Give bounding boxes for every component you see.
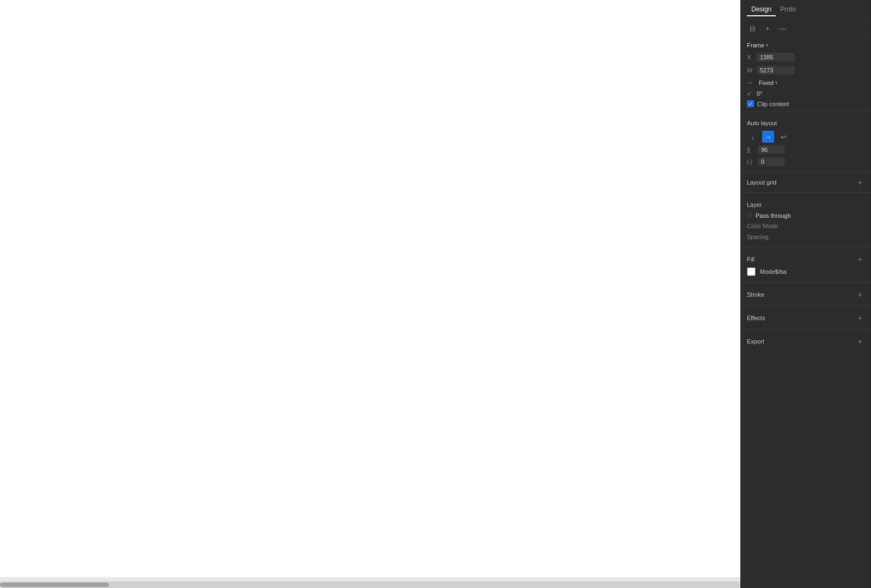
effects-header: Effects + [740,310,871,324]
spacing-row-label: Spacing [740,231,871,242]
clip-content-label: Clip content [757,101,789,107]
fixed-dropdown[interactable]: Fixed ▾ [759,79,778,86]
frame-header: Frame ▾ [740,38,871,51]
angle-row: ↙ 0° [740,89,871,98]
divider-2 [740,172,871,173]
panel-body: Frame ▾ X W ↔ Fixed ▾ [740,38,871,588]
w-input[interactable] [757,66,795,75]
fill-item: Mode$/ba [740,266,871,278]
angle-icon: ↙ [747,90,753,97]
stroke-title: Stroke [747,291,764,298]
blend-mode-value: Pass through [756,212,791,219]
direction-row: ↓ → ↩ [740,130,871,144]
divider-5 [740,282,871,283]
divider-1 [740,112,871,112]
clip-content-checkbox[interactable]: ✓ [747,100,754,107]
frame-w-row: W [740,64,871,77]
fixed-chevron-icon: ▾ [775,80,778,85]
dir-wrap-btn[interactable]: ↩ [777,131,789,143]
spacing-label: Spacing [747,234,769,240]
add-stroke-btn[interactable]: + [856,290,864,299]
layer-title: Layer [747,201,762,208]
add-export-btn[interactable]: + [856,337,864,346]
frame-title: Frame [747,42,764,48]
canvas-content [0,0,740,577]
frame-x-row: X [740,51,871,64]
add-grid-btn[interactable]: + [856,178,864,187]
padding-icon: |◦| [747,158,755,165]
divider-3 [740,192,871,193]
fixed-label: Fixed [759,79,774,86]
add-effect-btn[interactable]: + [856,314,864,322]
divider-4 [740,247,871,247]
layout-grid-row: Layout grid + [740,175,871,190]
export-title: Export [747,338,764,345]
align-row: ⊟ + — [740,20,871,38]
effects-section: Effects + [740,308,871,327]
layer-section: Layer ◌ Pass through Color Mode Spacing [740,195,871,244]
tab-design[interactable]: Design [747,3,776,16]
fill-color-name: Mode$/ba [760,268,787,275]
stroke-section: Stroke + [740,285,871,303]
layer-blend-row: ◌ Pass through [740,210,871,220]
export-section: Export + [740,332,871,350]
scrollbar-thumb[interactable] [0,583,109,587]
color-mode-row: Color Mode [740,220,871,231]
auto-layout-header: Auto layout [740,117,871,130]
canvas-area [0,0,740,588]
tab-proto[interactable]: Proto [776,3,800,16]
divider-6 [740,305,871,306]
effects-title: Effects [747,315,765,321]
layer-section-header: Layer [740,197,871,210]
blend-mode-dropdown[interactable]: Pass through [756,212,791,219]
fill-title: Fill [747,256,755,262]
h-spacing-icon: ][ [747,146,755,153]
clip-content-row: ✓ Clip content [740,98,871,109]
fill-color-swatch[interactable] [747,267,756,276]
padding-row: |◦| [740,156,871,168]
angle-value: 0° [757,90,763,97]
dir-down-btn[interactable]: ↓ [747,131,759,143]
align-add-icon[interactable]: + [762,23,773,34]
h-spacing-input[interactable] [758,145,785,154]
padding-input[interactable] [758,157,785,166]
x-label: X [747,54,753,60]
h-spacing-row: ][ [740,144,871,156]
color-mode-label: Color Mode [747,223,778,229]
auto-layout-title: Auto layout [747,120,777,126]
w-label: W [747,67,753,74]
horizontal-scrollbar[interactable] [0,581,740,588]
fill-header: Fill + [740,252,871,266]
layout-grid-title: Layout grid [747,179,776,186]
fixed-icon: ↔ [747,79,756,87]
tabs-row: Design Proto [740,0,871,20]
frame-section: Frame ▾ X W ↔ Fixed ▾ [740,38,871,109]
chevron-down-icon: ▾ [766,42,769,48]
export-header: Export + [740,334,871,348]
frame-fixed-row: ↔ Fixed ▾ [740,77,871,89]
frame-dropdown[interactable]: Frame ▾ [747,42,769,48]
align-minus-icon[interactable]: — [777,23,788,34]
opacity-icon: ◌ [747,212,752,219]
divider-7 [740,329,871,329]
auto-layout-section: Auto layout ↓ → ↩ ][ |◦| [740,114,871,170]
x-input[interactable] [757,53,795,62]
stroke-header: Stroke + [740,287,871,301]
fill-section: Fill + Mode$/ba [740,249,871,280]
dir-right-btn[interactable]: → [762,131,774,143]
right-panel: Design Proto ⊟ + — Frame ▾ X W [740,0,871,588]
add-fill-btn[interactable]: + [856,255,864,264]
align-left-icon[interactable]: ⊟ [747,23,758,34]
